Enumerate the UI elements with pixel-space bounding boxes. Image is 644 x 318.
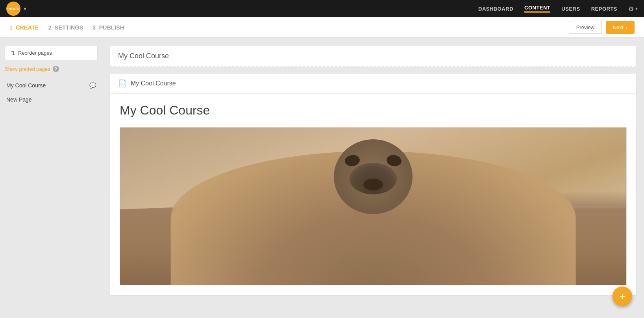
settings-icon[interactable]: ⚙▾ (628, 5, 638, 13)
nav-content[interactable]: CONTENT (524, 5, 550, 13)
page-card: 📄 My Cool Course My Cool Course (110, 74, 636, 295)
logo[interactable]: intuto (6, 2, 20, 16)
course-title-input[interactable] (110, 46, 636, 67)
show-graded-section: Show graded pages ? (5, 66, 98, 72)
reorder-icon: ⇅ (11, 50, 15, 56)
show-graded-link[interactable]: Show graded pages (5, 66, 50, 72)
step-actions: Preview Next › (569, 21, 635, 34)
step-publish[interactable]: 3 PUBLISH (93, 24, 124, 31)
page-type-icon: 📄 (118, 79, 127, 88)
sidebar: ⇅ Reorder pages Show graded pages ? My C… (0, 38, 102, 318)
step-bar: 1 CREATE 2 SETTINGS 3 PUBLISH Preview Ne… (0, 17, 644, 38)
step-publish-label: PUBLISH (99, 24, 124, 31)
step-create-number: 1 (9, 24, 13, 31)
steps: 1 CREATE 2 SETTINGS 3 PUBLISH (9, 24, 124, 31)
list-item[interactable]: My Cool Course 💬 (5, 78, 98, 92)
course-heading: My Cool Course (120, 103, 627, 118)
page-list: My Cool Course 💬 New Page (5, 78, 98, 107)
nav-reports[interactable]: REPORTS (591, 6, 617, 12)
page-card-header: 📄 My Cool Course (110, 74, 636, 94)
reorder-pages-button[interactable]: ⇅ Reorder pages (5, 46, 98, 60)
nav-users[interactable]: USERS (561, 6, 580, 12)
main-layout: ⇅ Reorder pages Show graded pages ? My C… (0, 38, 644, 318)
nav-dashboard[interactable]: DASHBOARD (478, 6, 513, 12)
comment-icon: 💬 (89, 82, 96, 89)
next-button[interactable]: Next › (606, 21, 635, 34)
page-card-body: My Cool Course (110, 94, 636, 295)
nav-left: intuto ▾ (6, 2, 26, 16)
next-arrow-icon: › (626, 24, 627, 30)
course-image-container (120, 127, 627, 285)
step-create[interactable]: 1 CREATE (9, 24, 39, 31)
step-settings-label: SETTINGS (55, 24, 83, 31)
nav-right: DASHBOARD CONTENT USERS REPORTS ⚙▾ (478, 5, 638, 13)
fab-button[interactable]: + (613, 287, 632, 306)
logo-dropdown-icon[interactable]: ▾ (24, 6, 26, 12)
step-create-label: CREATE (16, 24, 39, 31)
step-settings-number: 2 (48, 24, 52, 31)
page-list-item-title: New Page (6, 96, 32, 103)
next-label: Next (613, 24, 624, 30)
page-list-item-title: My Cool Course (6, 82, 46, 89)
course-image (120, 128, 626, 285)
list-item[interactable]: New Page (5, 92, 98, 107)
page-card-title: My Cool Course (131, 80, 176, 87)
help-icon[interactable]: ? (53, 66, 59, 72)
step-publish-number: 3 (93, 24, 96, 31)
preview-button[interactable]: Preview (569, 21, 602, 34)
step-settings[interactable]: 2 SETTINGS (48, 24, 83, 31)
content-area: 📄 My Cool Course My Cool Course (102, 38, 644, 318)
top-nav: intuto ▾ DASHBOARD CONTENT USERS REPORTS… (0, 0, 644, 17)
reorder-label: Reorder pages (18, 50, 52, 56)
